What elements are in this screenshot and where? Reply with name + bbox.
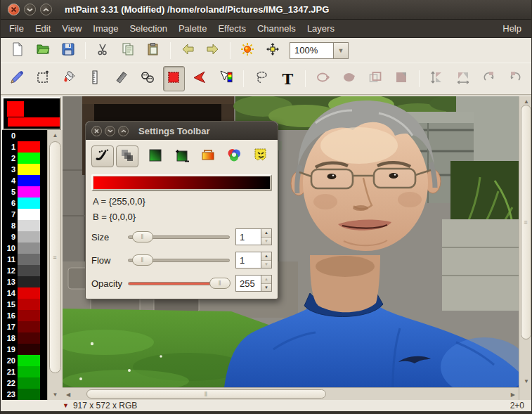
ellipse-outline-button[interactable] — [312, 66, 334, 91]
palette-swatch[interactable] — [18, 344, 40, 355]
menu-item[interactable]: View — [56, 20, 87, 37]
polygon-selection-tool-button[interactable] — [189, 66, 211, 91]
palette-row[interactable]: 23 — [2, 389, 47, 400]
paste-button[interactable] — [143, 41, 164, 60]
spin-up-icon[interactable]: ▲ — [261, 229, 271, 237]
tint-mode-button[interactable] — [147, 145, 164, 167]
palette-swatch[interactable] — [18, 153, 40, 164]
scroll-right-icon[interactable]: ▶ — [511, 392, 515, 398]
spin-down-icon[interactable]: ▼ — [261, 237, 271, 245]
menu-item[interactable]: Effects — [212, 20, 252, 37]
palette-swatch[interactable] — [18, 209, 40, 220]
rotate-anticlockwise-button[interactable] — [505, 66, 526, 91]
palette-row[interactable]: 13 — [2, 276, 47, 287]
spin-down-icon[interactable]: ▼ — [261, 283, 271, 292]
menu-item[interactable]: Image — [87, 20, 124, 37]
palette-swatch[interactable] — [18, 377, 40, 389]
palette-row[interactable]: 10 — [2, 242, 47, 254]
palette-scrollbar-thumb[interactable]: ≡ — [49, 141, 61, 373]
palette-swatch[interactable] — [18, 355, 40, 366]
menu-item[interactable]: File — [4, 20, 30, 37]
palette-row[interactable]: 9 — [2, 231, 47, 242]
make-selection-tool-button[interactable] — [163, 66, 185, 91]
copy-button[interactable] — [117, 41, 138, 60]
ellipse-fill-button[interactable] — [338, 66, 360, 91]
size-value[interactable]: 1 — [235, 228, 261, 245]
palette-swatch[interactable] — [18, 276, 40, 287]
new-button[interactable] — [7, 41, 28, 60]
size-slider-thumb[interactable]: ‖ — [132, 231, 153, 242]
palette-row[interactable]: 21 — [2, 366, 47, 377]
spin-up-icon[interactable]: ▲ — [261, 252, 271, 260]
view-window-button[interactable] — [262, 41, 283, 60]
palette-swatch[interactable] — [18, 254, 40, 265]
rectangle-fill-button[interactable] — [391, 66, 413, 91]
redo-button[interactable] — [202, 41, 223, 60]
palette-swatch[interactable] — [18, 175, 40, 186]
rotate-clockwise-button[interactable] — [479, 66, 500, 91]
paint-tool-button[interactable] — [6, 66, 27, 91]
palette-scrollbar[interactable]: ▲ ≡ ▼ — [47, 130, 63, 400]
flow-slider[interactable]: ‖ — [128, 254, 230, 266]
palette-row[interactable]: 6 — [2, 198, 47, 209]
close-button[interactable] — [8, 4, 20, 15]
pan-window-button[interactable] — [237, 41, 258, 60]
flip-horizontal-button[interactable] — [452, 66, 474, 91]
palette-row[interactable]: 0 — [2, 130, 47, 141]
flow-value[interactable]: 1 — [235, 252, 261, 269]
lasso-tool-button[interactable] — [250, 66, 272, 91]
opacity-mode-button[interactable] — [116, 145, 138, 167]
palette-swatch[interactable] — [18, 265, 40, 276]
rectangle-outline-button[interactable] — [364, 66, 386, 91]
palette-row[interactable]: 15 — [2, 299, 47, 310]
palette-row[interactable]: 7 — [2, 209, 47, 220]
vertical-scrollbar-thumb[interactable]: ≡ — [521, 105, 531, 339]
palette-swatch[interactable] — [18, 287, 40, 299]
shuffle-tool-button[interactable] — [32, 66, 53, 91]
palette-swatch[interactable] — [18, 310, 40, 321]
open-button[interactable] — [32, 41, 53, 60]
palette-swatch[interactable] — [18, 389, 40, 400]
horizontal-scrollbar-thumb[interactable]: ⦀ — [86, 389, 326, 399]
scroll-up-icon[interactable]: ▲ — [524, 98, 529, 105]
gradient-preview-frame[interactable] — [91, 174, 272, 191]
opacity-slider[interactable]: ‖ — [128, 278, 230, 289]
maximize-button[interactable] — [40, 4, 52, 15]
color-a-swatch[interactable] — [7, 101, 24, 117]
scroll-left-icon[interactable]: ◀ — [66, 392, 70, 398]
palette-swatch[interactable] — [18, 198, 40, 209]
place-gradient-tool-button[interactable] — [215, 66, 237, 91]
color-b-bar[interactable] — [8, 117, 60, 127]
palette-row[interactable]: 2 — [2, 153, 47, 164]
canvas-area[interactable]: Settings Toolbar — [63, 96, 519, 387]
palette-row[interactable]: 14 — [2, 287, 47, 299]
palette-row[interactable]: 11 — [2, 254, 47, 265]
palette-row[interactable]: 16 — [2, 310, 47, 321]
status-expander-icon[interactable]: ▼ — [63, 402, 69, 409]
straight-line-tool-button[interactable] — [84, 66, 106, 91]
palette-row[interactable]: 12 — [2, 265, 47, 276]
menu-item[interactable]: Layers — [301, 20, 340, 37]
menu-item[interactable]: Palette — [173, 20, 212, 37]
palette-row[interactable]: 1 — [2, 141, 47, 153]
palette-row[interactable]: 3 — [2, 164, 47, 175]
clone-tool-button[interactable] — [136, 66, 158, 91]
palette-swatch[interactable] — [18, 130, 40, 141]
scroll-up-icon[interactable]: ▲ — [48, 132, 63, 138]
minimize-button[interactable] — [24, 4, 36, 15]
rgb-mode-button[interactable] — [226, 145, 242, 167]
palette-swatch[interactable] — [18, 321, 40, 332]
settings-close-button[interactable] — [91, 126, 102, 136]
gradient-preview-bar[interactable] — [93, 176, 270, 189]
vertical-scrollbar[interactable]: ▲ ≡ ▼ — [519, 96, 531, 400]
settings-maximize-button[interactable] — [118, 126, 129, 136]
flow-slider-thumb[interactable]: ‖ — [132, 254, 153, 266]
continuous-mode-button[interactable] — [91, 145, 114, 167]
smudge-tool-button[interactable] — [110, 66, 132, 91]
undo-button[interactable] — [177, 41, 198, 60]
palette-row[interactable]: 4 — [2, 175, 47, 186]
menu-item[interactable]: Selection — [124, 20, 172, 37]
disable-all-masks-button[interactable] — [252, 145, 269, 167]
text-tool-button[interactable]: T — [277, 66, 299, 91]
opacity-value[interactable]: 255 — [235, 275, 261, 292]
